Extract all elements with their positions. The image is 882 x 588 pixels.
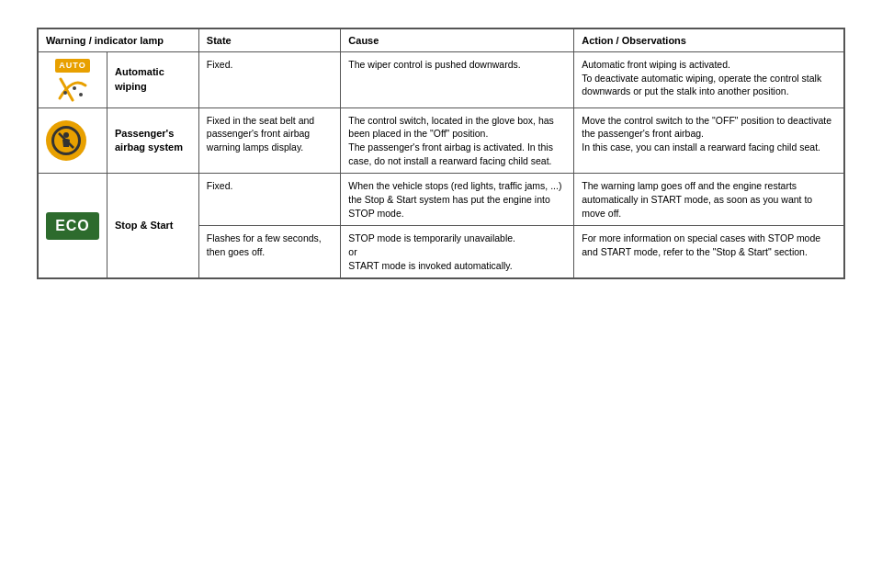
svg-point-2 bbox=[73, 86, 76, 90]
state-stop-start-2: Flashes for a few seconds, then goes off… bbox=[198, 226, 340, 278]
action-stop-start-2: For more information on special cases wi… bbox=[574, 226, 844, 278]
airbag-icon bbox=[46, 120, 86, 161]
svg-point-3 bbox=[79, 93, 83, 96]
action-airbag: Move the control switch to the "OFF" pos… bbox=[574, 107, 844, 174]
table-row-auto-wiper: AUTO Automaticw bbox=[39, 52, 844, 108]
cause-stop-start-1: When the vehicle stops (red lights, traf… bbox=[341, 174, 574, 226]
header-state: State bbox=[198, 29, 340, 52]
label-text-airbag: Passenger'sairbag system bbox=[115, 128, 183, 153]
icon-cell-auto-wiper: AUTO bbox=[39, 52, 107, 108]
airbag-icon-inner bbox=[51, 126, 81, 155]
indicator-table: Warning / indicator lamp State Cause Act… bbox=[38, 28, 844, 278]
table-row-stop-start-1: ECO Stop & Start Fixed. When the vehicle… bbox=[39, 174, 844, 226]
header-action: Action / Observations bbox=[574, 29, 844, 52]
airbag-person-svg bbox=[56, 130, 76, 151]
wiper-svg bbox=[56, 74, 89, 102]
label-airbag: Passenger'sairbag system bbox=[107, 107, 198, 174]
state-auto-wiper: Fixed. bbox=[198, 52, 340, 108]
state-airbag: Fixed in the seat belt and passenger's f… bbox=[198, 107, 340, 174]
cause-stop-start-2: STOP mode is temporarily unavailable. or… bbox=[341, 226, 574, 278]
table-header-row: Warning / indicator lamp State Cause Act… bbox=[39, 29, 844, 52]
cause-airbag: The control switch, located in the glove… bbox=[341, 107, 574, 174]
label-text-auto-wiper: Automaticwiping bbox=[115, 66, 164, 91]
icon-cell-airbag bbox=[39, 107, 107, 174]
label-stop-start: Stop & Start bbox=[107, 174, 198, 278]
main-table-wrapper: Warning / indicator lamp State Cause Act… bbox=[37, 28, 845, 279]
action-auto-wiper: Automatic front wiping is activated. To … bbox=[574, 52, 844, 108]
icon-cell-eco: ECO bbox=[39, 174, 107, 278]
svg-point-1 bbox=[63, 91, 67, 95]
cause-auto-wiper: The wiper control is pushed downwards. bbox=[341, 52, 574, 108]
header-cause: Cause bbox=[341, 29, 574, 52]
auto-badge: AUTO bbox=[55, 59, 89, 73]
label-auto-wiper: Automaticwiping bbox=[107, 52, 198, 108]
label-text-stop-start: Stop & Start bbox=[115, 220, 174, 231]
auto-wiper-icon: AUTO bbox=[55, 59, 89, 102]
table-row-airbag: Passenger'sairbag system Fixed in the se… bbox=[39, 107, 844, 174]
header-warning: Warning / indicator lamp bbox=[39, 29, 199, 52]
state-stop-start-1: Fixed. bbox=[198, 174, 340, 226]
eco-icon: ECO bbox=[46, 212, 99, 240]
svg-point-4 bbox=[63, 132, 69, 138]
action-stop-start-1: The warning lamp goes off and the engine… bbox=[574, 174, 844, 226]
